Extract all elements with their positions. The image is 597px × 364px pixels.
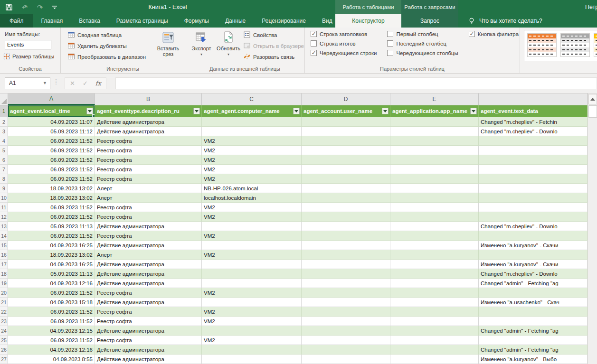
cell-A14[interactable]: 06.09.2023 11:52: [8, 231, 95, 241]
column-header-A[interactable]: A: [8, 93, 95, 105]
cell-F15[interactable]: Изменено "a.kuryanov" - Скачи: [479, 241, 588, 250]
cell-A10[interactable]: 18.09.2023 13:02: [8, 193, 95, 203]
cell-E3[interactable]: [390, 127, 479, 136]
table-style-preview-style-orange[interactable]: [527, 33, 557, 57]
cell-B4[interactable]: Реестр софта: [95, 136, 202, 146]
filter-dropdown-icon[interactable]: [293, 108, 300, 114]
cell-C8[interactable]: VM2: [202, 174, 302, 184]
cell-D9[interactable]: [302, 184, 390, 193]
cell-A5[interactable]: 06.09.2023 11:52: [8, 146, 95, 155]
name-box[interactable]: A1 ▼: [5, 77, 50, 89]
header-cell-4[interactable]: agent_account.user_name: [302, 105, 390, 117]
cell-C9[interactable]: NB-HP-026.atom.local: [202, 184, 302, 193]
table-style-preview-style-yellow[interactable]: [594, 33, 597, 57]
row-number-12[interactable]: 12: [0, 212, 8, 222]
cell-D19[interactable]: [302, 279, 390, 288]
cell-A3[interactable]: 05.09.2023 11:12: [8, 127, 95, 136]
name-box-dropdown-icon[interactable]: ▼: [43, 78, 47, 89]
export-button[interactable]: Экспорт ▾: [188, 30, 215, 56]
cell-F26[interactable]: Changed "admin" - Fetching "ag: [479, 345, 588, 355]
tab-data[interactable]: Данные: [217, 14, 254, 28]
cell-D2[interactable]: [302, 117, 390, 127]
cell-C3[interactable]: [202, 127, 302, 136]
cell-B12[interactable]: Реестр софта: [95, 212, 202, 222]
cell-B3[interactable]: Действие администратора: [95, 127, 202, 136]
checkbox-box-banded-rows[interactable]: ✓: [311, 50, 317, 56]
checkbox-box-first-column[interactable]: [387, 31, 393, 37]
cell-F17[interactable]: Изменено "a.kuryanov" - Скачи: [479, 260, 588, 269]
row-number-15[interactable]: 15: [0, 241, 8, 250]
cell-F18[interactable]: Changed "m.chepliev" - Downlo: [479, 269, 588, 279]
cell-C10[interactable]: localhost.localdomain: [202, 193, 302, 203]
row-number-5[interactable]: 5: [0, 146, 8, 155]
row-number-13[interactable]: 13: [0, 222, 8, 231]
properties-button[interactable]: Свойства: [243, 31, 304, 39]
cell-C25[interactable]: VM2: [202, 336, 302, 345]
cell-B8[interactable]: Реестр софта: [95, 174, 202, 184]
cell-D20[interactable]: [302, 288, 390, 298]
cell-F23[interactable]: [479, 317, 588, 326]
cell-A8[interactable]: 06.09.2023 11:52: [8, 174, 95, 184]
header-cell-5[interactable]: agent_application.app_name: [390, 105, 479, 117]
cell-E19[interactable]: [390, 279, 479, 288]
filter-dropdown-icon[interactable]: [86, 108, 93, 114]
row-number-23[interactable]: 23: [0, 317, 8, 326]
cell-F8[interactable]: [479, 174, 588, 184]
row-number-8[interactable]: 8: [0, 174, 8, 184]
cell-C11[interactable]: VM2: [202, 203, 302, 212]
cell-C21[interactable]: [202, 298, 302, 307]
cell-A22[interactable]: 06.09.2023 11:52: [8, 307, 95, 317]
resize-table-button[interactable]: Размер таблицы: [3, 53, 54, 60]
cell-B25[interactable]: Реестр софта: [95, 336, 202, 345]
cell-D16[interactable]: [302, 250, 390, 260]
cell-F14[interactable]: [479, 231, 588, 241]
cell-F7[interactable]: [479, 165, 588, 174]
cell-B18[interactable]: Действие администратора: [95, 269, 202, 279]
cell-E10[interactable]: [390, 193, 479, 203]
confirm-entry-icon[interactable]: ✓: [83, 80, 88, 87]
header-cell-3[interactable]: agent_agent.computer_name: [202, 105, 302, 117]
cell-D26[interactable]: [302, 345, 390, 355]
cell-F24[interactable]: Changed "admin" - Fetching "ag: [479, 326, 588, 336]
cell-C5[interactable]: VM2: [202, 146, 302, 155]
cell-C27[interactable]: [202, 355, 302, 364]
cell-A15[interactable]: 04.09.2023 16:25: [8, 241, 95, 250]
cell-C23[interactable]: VM2: [202, 317, 302, 326]
cell-C15[interactable]: [202, 241, 302, 250]
cell-E7[interactable]: [390, 165, 479, 174]
cell-B6[interactable]: Реестр софта: [95, 155, 202, 165]
cell-E6[interactable]: [390, 155, 479, 165]
export-dropdown-caret[interactable]: ▾: [200, 52, 202, 56]
checkbox-box-banded-columns[interactable]: [387, 50, 393, 56]
cell-C24[interactable]: [202, 326, 302, 336]
cell-A26[interactable]: 04.09.2023 12:16: [8, 345, 95, 355]
cell-A20[interactable]: 06.09.2023 11:52: [8, 288, 95, 298]
header-cell-1[interactable]: agent_event.local_time: [8, 105, 95, 117]
cell-A4[interactable]: 06.09.2023 11:52: [8, 136, 95, 146]
column-header-D[interactable]: D: [302, 93, 390, 105]
select-all-corner[interactable]: [0, 93, 8, 105]
cell-B10[interactable]: Алерт: [95, 193, 202, 203]
cell-A27[interactable]: 04.09.2023 8:55: [8, 355, 95, 364]
pivot-table-button[interactable]: Сводная таблица: [67, 31, 146, 39]
row-number-27[interactable]: 27: [0, 355, 8, 364]
tab-home[interactable]: Главная: [33, 14, 71, 28]
insert-function-icon[interactable]: fx: [95, 80, 101, 87]
cell-B16[interactable]: Алерт: [95, 250, 202, 260]
column-header-f[interactable]: [479, 93, 588, 105]
table-name-input[interactable]: [5, 40, 51, 49]
cell-E12[interactable]: [390, 212, 479, 222]
cell-A12[interactable]: 06.09.2023 11:52: [8, 212, 95, 222]
cell-B20[interactable]: Реестр софта: [95, 288, 202, 298]
cell-D23[interactable]: [302, 317, 390, 326]
refresh-dropdown-caret[interactable]: ▾: [227, 52, 229, 56]
cell-E5[interactable]: [390, 146, 479, 155]
cell-D4[interactable]: [302, 136, 390, 146]
cell-B23[interactable]: Реестр софта: [95, 317, 202, 326]
cell-F12[interactable]: [479, 212, 588, 222]
checkbox-filter-button[interactable]: ✓Кнопка фильтра: [469, 31, 519, 37]
cell-F19[interactable]: Changed "admin" - Fetching "ag: [479, 279, 588, 288]
cell-E20[interactable]: [390, 288, 479, 298]
cell-C26[interactable]: [202, 345, 302, 355]
cell-E22[interactable]: [390, 307, 479, 317]
